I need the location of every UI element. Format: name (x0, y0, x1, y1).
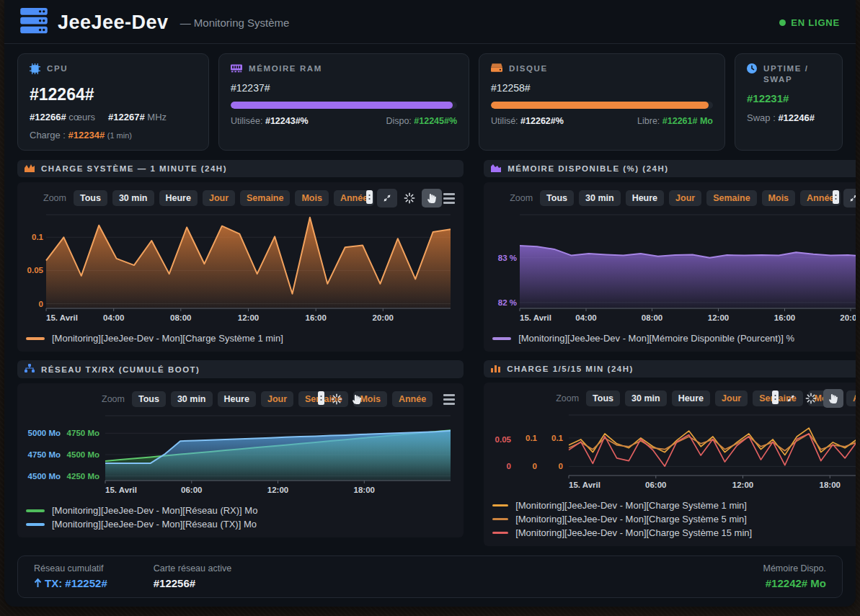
chart-legend: [Monitoring][JeeJee-Dev - Mon][Charge Sy… (491, 499, 856, 540)
disk-free: Libre: #12261# Mo (637, 116, 713, 126)
chart-panel-charge-multi: CHARGE 1/5/15 MIN (24H) Zoom Tous30 minH… (484, 360, 856, 546)
range-button-année[interactable]: Année (846, 390, 856, 406)
range-button-tous[interactable]: Tous (540, 190, 574, 206)
svg-text:06:00: 06:00 (645, 481, 666, 489)
legend-swatch-icon (492, 518, 508, 520)
svg-text:4750 Mo: 4750 Mo (67, 429, 99, 437)
legend-swatch-icon (492, 337, 511, 340)
context-menu-button[interactable] (442, 192, 456, 205)
chart-card: Zoom Tous30 minHeureJourSemaineMoisAnnée… (484, 182, 856, 352)
ram-free: Dispo: #12245#% (386, 116, 457, 126)
context-menu-button[interactable] (442, 393, 456, 406)
range-button-heure[interactable]: Heure (626, 190, 664, 206)
disk-progress-bar (491, 102, 713, 109)
range-button-jour[interactable]: Jour (669, 190, 701, 206)
ram-card: MÉMOIRE RAM #12237# Utilisée: #12243#% D… (218, 53, 469, 151)
legend-item[interactable]: [Monitoring][JeeJee-Dev - Mon][Charge Sy… (492, 526, 856, 540)
svg-text:0: 0 (559, 462, 563, 470)
footer-active-iface: Carte réseau active #12256# (154, 563, 231, 589)
range-button-mois[interactable]: Mois (762, 190, 795, 206)
legend-item[interactable]: [Monitoring][JeeJee-Dev - Mon][Mémoire D… (492, 331, 856, 345)
svg-text:16:00: 16:00 (774, 313, 795, 322)
resize-diagonal-icon[interactable] (783, 389, 799, 408)
range-button-tous[interactable]: Tous (74, 190, 107, 206)
range-button-30-min[interactable]: 30 min (579, 190, 621, 206)
ram-value: #12237# (231, 82, 457, 94)
hand-cursor-button[interactable] (422, 189, 442, 207)
range-button-jour[interactable]: Jour (203, 190, 235, 206)
resize-diagonal-button[interactable] (843, 189, 856, 207)
range-button-heure[interactable]: Heure (218, 391, 256, 407)
ram-progress-bar (231, 102, 457, 109)
range-button-semaine[interactable]: Semaine (240, 190, 290, 206)
chart-toolbar: Zoom Tous30 minHeureJourSemaineMoisAnnée (491, 386, 856, 411)
header: JeeJee-Dev — Monitoring Système EN LIGNE (4, 0, 856, 44)
chart-tools (327, 390, 365, 409)
resize-diagonal-button[interactable] (377, 189, 397, 207)
footer-net-label: Réseau cumulatif (34, 563, 107, 573)
chart-tools (781, 389, 843, 408)
range-button-30-min[interactable]: 30 min (112, 190, 154, 206)
zoom-label: Zoom (510, 193, 533, 203)
svg-text:4500 Mo: 4500 Mo (28, 472, 61, 481)
chart-panel-header: MÉMOIRE DISPONIBLE (%) (24H) (484, 160, 856, 177)
range-button-mois[interactable]: Mois (295, 190, 328, 206)
uptime-card-label: UPTIME / SWAP (763, 63, 830, 85)
legend-item[interactable]: [Monitoring][JeeJee-Dev - Mon][Réseau (R… (26, 504, 455, 517)
svg-text:4250 Mo: 4250 Mo (67, 472, 99, 481)
svg-text:12:00: 12:00 (267, 486, 288, 494)
chart-panel-header: CHARGE 1/5/15 MIN (24H) (484, 360, 856, 378)
chart-panel-charge-1min: CHARGE SYSTÈME — 1 MINUTE (24H) Zoom Tou… (17, 160, 464, 352)
chart-toolbar: Zoom Tous30 minHeureJourSemaineMoisAnnée (491, 186, 856, 210)
chart-card: Zoom Tous30 minHeureJourSemaineMoisAnnée… (17, 383, 464, 537)
cpu-mhz-value: #12267# (108, 112, 145, 122)
cpu-card: CPU #12264# #12266# cœurs #12267# MHz Ch… (17, 53, 209, 151)
chart-plot-area[interactable]: 15. Avril06:0012:0018:000.0500.100.10 (491, 411, 856, 494)
chart-panel-memoire-disponible: MÉMOIRE DISPONIBLE (%) (24H) Zoom Tous30… (484, 160, 856, 352)
svg-text:20:00: 20:00 (840, 313, 856, 322)
legend-item[interactable]: [Monitoring][JeeJee-Dev - Mon][Charge Sy… (492, 499, 856, 512)
range-button-tous[interactable]: Tous (132, 391, 166, 407)
range-button-30-min[interactable]: 30 min (171, 391, 213, 407)
svg-text:0.05: 0.05 (495, 435, 512, 444)
chart-plot-area[interactable]: 15. Avril06:0012:0018:005000 Mo4750 Mo45… (25, 411, 456, 499)
status-badge: EN LIGNE (779, 17, 840, 28)
dashboard: JeeJee-Dev — Monitoring Système EN LIGNE… (4, 0, 856, 607)
legend-item[interactable]: [Monitoring][JeeJee-Dev - Mon][Charge Sy… (26, 331, 455, 345)
zoom-label: Zoom (556, 393, 579, 403)
chart-plot-area[interactable]: 15. Avril04:0008:0012:0016:0020:000.10.0… (25, 210, 456, 327)
text-cursor-icon (772, 390, 779, 407)
svg-text:82 %: 82 % (498, 298, 517, 307)
text-cursor-icon (318, 391, 324, 408)
hand-cursor-icon[interactable] (349, 390, 365, 409)
cpu-charge-line: Charge : #12234# (1 min) (30, 130, 197, 140)
chart-panel-title: CHARGE SYSTÈME — 1 MINUTE (24H) (41, 164, 227, 173)
range-button-heure[interactable]: Heure (159, 190, 198, 206)
cpu-card-label: CPU (47, 63, 68, 74)
range-button-tous[interactable]: Tous (586, 390, 620, 406)
chart-card: Zoom Tous30 minHeureJourSemaineMoisAnnée… (484, 383, 856, 546)
legend-swatch-icon (492, 504, 508, 506)
legend-swatch-icon (492, 532, 508, 534)
chart-legend: [Monitoring][JeeJee-Dev - Mon][Charge Sy… (25, 331, 456, 345)
hand-cursor-button[interactable] (823, 389, 843, 408)
chart-tools (842, 189, 856, 207)
cpu-cores-value: #12266# (30, 112, 66, 122)
range-selector: Tous30 minHeureJourSemaineMoisAnnée (74, 190, 374, 206)
legend-item[interactable]: [Monitoring][JeeJee-Dev - Mon][Réseau (T… (26, 517, 455, 531)
footer-mem-label: Mémoire Dispo. (763, 563, 826, 573)
svg-text:5000 Mo: 5000 Mo (28, 429, 61, 437)
svg-text:15. Avril: 15. Avril (569, 481, 600, 489)
status-label: EN LIGNE (791, 17, 840, 28)
range-button-30-min[interactable]: 30 min (625, 390, 667, 406)
range-button-heure[interactable]: Heure (672, 390, 710, 406)
range-button-jour[interactable]: Jour (261, 391, 293, 407)
page-title: JeeJee-Dev (58, 12, 169, 34)
range-button-année[interactable]: Année (392, 391, 433, 407)
range-button-semaine[interactable]: Semaine (706, 190, 756, 206)
server-logo-icon (20, 8, 48, 37)
legend-item[interactable]: [Monitoring][JeeJee-Dev - Mon][Charge Sy… (492, 512, 856, 526)
svg-text:0: 0 (533, 462, 537, 470)
chart-plot-area[interactable]: 15. Avril04:0008:0012:0016:0020:0083 %82… (491, 210, 856, 327)
range-button-jour[interactable]: Jour (715, 390, 748, 406)
